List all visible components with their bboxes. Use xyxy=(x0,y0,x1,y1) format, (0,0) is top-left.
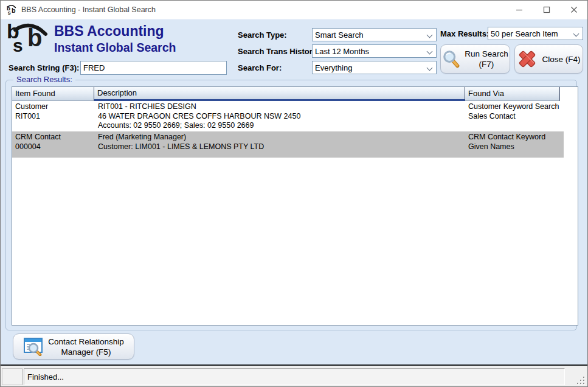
table-row-selected[interactable]: CRM Contact 000004 Fred (Marketing Manag… xyxy=(12,131,564,158)
cell-item-found: CRM Contact 000004 xyxy=(12,131,94,158)
magnifier-icon xyxy=(442,50,460,68)
chevron-down-icon xyxy=(427,49,433,55)
app-subtitle: Instant Global Search xyxy=(54,41,176,55)
cell-found-via: Customer Keyword Search Sales Contact xyxy=(465,101,560,131)
max-results-label: Max Results: xyxy=(440,29,489,38)
cell-description: RIT001 - RITCHIES DESIGN 46 WATER DRAGON… xyxy=(94,101,465,131)
maximize-icon xyxy=(543,6,550,13)
status-text: Finished... xyxy=(27,372,64,382)
max-results-select[interactable]: 50 per Search Item xyxy=(488,27,583,40)
chevron-down-icon xyxy=(573,31,579,37)
contact-relationship-manager-button[interactable]: Contact Relationship Manager (F5) xyxy=(13,333,134,360)
cell-found-via: CRM Contact Keyword Given Names xyxy=(465,131,560,158)
close-button[interactable]: Close (F4) xyxy=(514,44,583,74)
app-window: b s b BBS Accounting - Instant Global Se… xyxy=(0,0,588,387)
logo-arc xyxy=(5,22,52,60)
close-window-button[interactable] xyxy=(560,1,587,19)
search-for-label: Search For: xyxy=(238,63,282,72)
app-title: BBS Accounting xyxy=(54,23,164,40)
search-string-label: Search String (F3): xyxy=(9,63,79,72)
table-row[interactable]: Customer RIT001 RIT001 - RITCHIES DESIGN… xyxy=(12,101,564,131)
search-string-input[interactable] xyxy=(80,61,227,75)
column-header-item-found[interactable]: Item Found xyxy=(12,87,94,101)
red-x-icon xyxy=(517,49,538,69)
column-header-description[interactable]: Description xyxy=(94,87,465,101)
search-trans-history-select[interactable]: Last 12 Months xyxy=(312,44,437,58)
title-bar: b s b BBS Accounting - Instant Global Se… xyxy=(1,1,587,19)
chevron-down-icon xyxy=(427,32,433,38)
run-search-button[interactable]: Run Search (F7) xyxy=(440,44,510,74)
results-table-header: Item Found Description Found Via xyxy=(12,87,578,101)
cell-description: Fred (Marketing Manager) Customer: LIM00… xyxy=(94,131,465,158)
run-search-label: Run Search (F7) xyxy=(465,49,508,69)
search-results-legend: Search Results: xyxy=(13,75,75,84)
svg-text:b: b xyxy=(12,7,16,14)
column-header-filler xyxy=(560,87,578,101)
chevron-down-icon xyxy=(427,65,433,71)
app-logo-icon: b s b xyxy=(6,4,17,15)
results-table[interactable]: Item Found Description Found Via Custome… xyxy=(12,86,578,326)
search-for-select[interactable]: Everything xyxy=(312,61,437,74)
close-label: Close (F4) xyxy=(542,54,580,64)
column-header-found-via[interactable]: Found Via xyxy=(465,87,560,101)
minimize-icon xyxy=(516,6,523,13)
status-bar: Finished... xyxy=(1,364,587,387)
window-title: BBS Accounting - Instant Global Search xyxy=(21,5,156,14)
crm-button-label: Contact Relationship Manager (F5) xyxy=(48,336,124,357)
maximize-button[interactable] xyxy=(533,1,560,19)
cell-item-found: Customer RIT001 xyxy=(12,101,94,131)
bbs-logo: b s b xyxy=(5,22,52,60)
close-icon xyxy=(570,6,578,13)
search-trans-history-label: Search Trans History: xyxy=(238,47,319,56)
search-type-select[interactable]: Smart Search xyxy=(312,28,437,41)
minimize-button[interactable] xyxy=(505,1,533,19)
status-bar-left-cell xyxy=(2,368,22,385)
resize-grip-icon[interactable] xyxy=(577,377,584,384)
crm-window-magnifier-icon xyxy=(23,338,44,356)
status-panel: Finished... xyxy=(24,368,565,385)
main-content: b s b BBS Accounting Instant Global Sear… xyxy=(1,19,587,364)
svg-text:s: s xyxy=(8,10,11,15)
search-type-label: Search Type: xyxy=(238,30,287,40)
search-results-groupbox: Search Results: Item Found Description F… xyxy=(5,80,577,330)
